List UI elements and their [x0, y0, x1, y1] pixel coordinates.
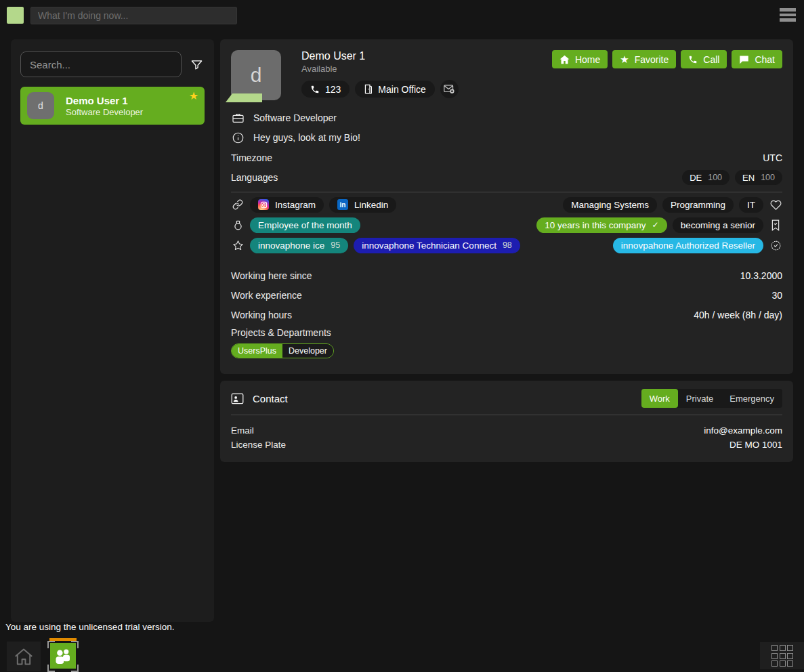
fact-label: Working here since	[231, 270, 312, 281]
house-icon	[14, 648, 34, 666]
cert-badge-ice: innovaphone ice 95	[250, 238, 348, 253]
star-icon: ★	[620, 54, 629, 66]
profile-card: d Demo User 1 Available 123	[220, 39, 793, 374]
section-divider	[231, 192, 782, 192]
goal-achieved-badge: 10 years in this company ✓	[536, 217, 667, 233]
own-avatar[interactable]	[7, 7, 24, 24]
phone-number: 123	[325, 84, 341, 95]
chat-button[interactable]: Chat	[732, 50, 782, 68]
info-icon	[231, 132, 245, 144]
contact-name: Demo User 1	[66, 95, 143, 106]
project-name: UsersPlus	[232, 344, 282, 358]
link-instagram[interactable]: Instagram	[250, 197, 324, 213]
tab-emergency[interactable]: Emergency	[721, 389, 782, 408]
contacts-app-button[interactable]	[47, 638, 79, 672]
selection-bracket	[47, 641, 55, 648]
fact-value: 40h / week (8h / day)	[694, 310, 782, 320]
link-linkedin[interactable]: in Linkedin	[329, 197, 396, 213]
fact-label: Working hours	[231, 310, 292, 320]
skill-badge: Managing Systems	[563, 197, 657, 213]
license-plate-label: License Plate	[231, 440, 286, 450]
instagram-icon	[258, 199, 269, 210]
contact-role: Software Developer	[66, 107, 143, 117]
favorite-star-icon[interactable]: ★	[189, 89, 198, 102]
contact-card-icon	[231, 393, 244, 404]
award-icon	[231, 219, 245, 231]
bio-text: Hey guys, look at my Bio!	[253, 132, 360, 143]
language-pill-de: DE 100	[682, 170, 729, 185]
profile-avatar: d	[231, 50, 281, 100]
award-badge: Employee of the month	[250, 217, 360, 233]
phone-number-pill[interactable]: 123	[301, 81, 350, 98]
contact-tabs: Work Private Emergency	[641, 389, 782, 408]
chat-icon	[739, 55, 749, 64]
language-pill-en: EN 100	[735, 170, 782, 185]
phone-icon	[310, 85, 320, 94]
linkedin-icon: in	[337, 199, 348, 210]
home-nav-button[interactable]	[7, 642, 41, 671]
department-name: Developer	[282, 344, 333, 358]
contact-list-item[interactable]: d Demo User 1 Software Developer ★	[20, 87, 205, 125]
fact-value: 10.3.2000	[740, 270, 782, 281]
skill-badge: IT	[739, 197, 763, 213]
fact-label: Work experience	[231, 290, 302, 301]
contact-title: Contact	[253, 393, 288, 404]
license-plate-value: DE MO 1001	[729, 440, 782, 450]
mail-badge-icon[interactable]	[440, 80, 459, 98]
trial-notice: You are using the unlicensed trial versi…	[5, 622, 174, 632]
email-value: info@example.com	[704, 425, 782, 436]
check-icon: ✓	[652, 220, 659, 230]
project-department-pill: UsersPlus Developer	[231, 343, 334, 358]
cert-badge-technician: innovaphone Technician Connect 98	[354, 238, 520, 253]
contacts-sidebar: d Demo User 1 Software Developer ★	[11, 39, 214, 622]
reseller-badge: innovpahone Authorized Reseller	[613, 238, 763, 253]
email-label: Email	[231, 425, 254, 436]
heart-icon	[769, 199, 782, 210]
selection-bracket	[47, 665, 55, 672]
home-button[interactable]: Home	[552, 50, 608, 68]
star-outline-icon	[231, 240, 245, 251]
skill-badge: Programming	[662, 197, 734, 213]
contact-avatar: d	[27, 92, 54, 119]
call-button[interactable]: Call	[681, 50, 727, 68]
presence-text: Available	[301, 64, 459, 74]
goal-pending-badge: becoming a senior	[673, 217, 763, 233]
timezone-label: Timezone	[231, 152, 272, 163]
tab-private[interactable]: Private	[678, 389, 721, 408]
app-grid-icon	[771, 645, 793, 667]
home-icon	[559, 55, 570, 64]
timezone-value: UTC	[763, 152, 782, 163]
briefcase-icon	[231, 113, 245, 123]
filter-icon[interactable]	[188, 56, 205, 72]
search-input[interactable]	[20, 51, 182, 77]
favorite-button[interactable]: ★ Favorite	[612, 50, 676, 68]
hamburger-menu-icon[interactable]	[780, 8, 796, 24]
projects-label: Projects & Departments	[231, 327, 782, 338]
languages-label: Languages	[231, 172, 278, 183]
selection-bracket	[71, 641, 79, 648]
job-title: Software Developer	[253, 112, 337, 123]
profile-name: Demo User 1	[301, 50, 459, 62]
contact-divider	[231, 415, 782, 415]
app-grid-button[interactable]	[760, 642, 804, 669]
verified-seal-icon	[769, 240, 782, 251]
location-pill: Main Office	[355, 81, 435, 98]
location-name: Main Office	[378, 84, 426, 95]
office-icon	[364, 84, 373, 94]
link-icon	[231, 199, 245, 210]
fact-value: 30	[771, 290, 782, 301]
bookmark-check-icon	[769, 219, 782, 231]
status-input[interactable]	[30, 7, 237, 24]
tab-work[interactable]: Work	[641, 389, 678, 408]
contact-card: Contact Work Private Emergency Email inf…	[220, 381, 793, 462]
call-icon	[688, 55, 698, 64]
selection-bracket	[71, 665, 79, 672]
